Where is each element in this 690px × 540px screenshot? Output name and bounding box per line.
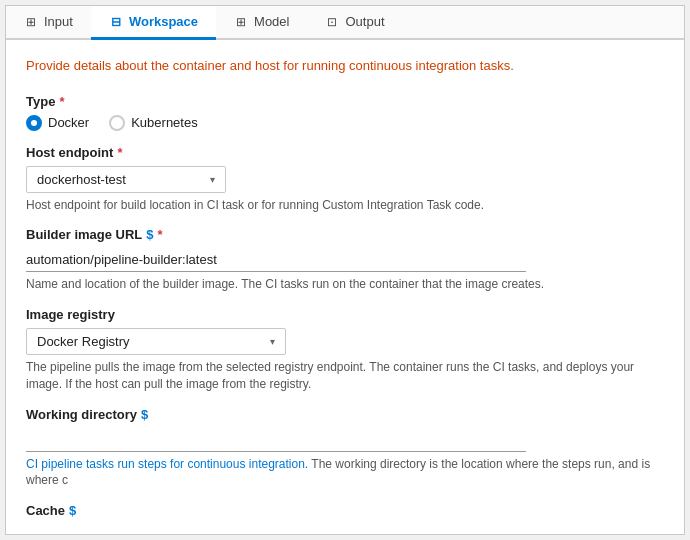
image-registry-group: Image registry Docker Registry ▾ The pip… — [26, 307, 664, 393]
radio-docker-label: Docker — [48, 115, 89, 130]
radio-docker[interactable]: Docker — [26, 115, 89, 131]
builder-image-help: Name and location of the builder image. … — [26, 276, 664, 293]
working-directory-group: Working directory $ CI pipeline tasks ru… — [26, 407, 664, 490]
cache-input[interactable] — [26, 524, 526, 534]
type-label: Type * — [26, 94, 664, 109]
content-area: Provide details about the container and … — [6, 40, 684, 534]
tab-workspace-label: Workspace — [129, 14, 198, 29]
host-endpoint-required: * — [117, 145, 122, 160]
builder-image-dollar-icon: $ — [146, 227, 153, 242]
input-tab-icon: ⊞ — [24, 15, 38, 29]
image-registry-label: Image registry — [26, 307, 664, 322]
cache-dollar-icon: $ — [69, 503, 76, 518]
working-directory-help: CI pipeline tasks run steps for continuo… — [26, 456, 664, 490]
builder-image-url-group: Builder image URL $ * Name and location … — [26, 227, 664, 293]
host-endpoint-group: Host endpoint * dockerhost-test ▾ Host e… — [26, 145, 664, 214]
page-description: Provide details about the container and … — [26, 56, 664, 76]
radio-docker-circle — [26, 115, 42, 131]
host-endpoint-help: Host endpoint for build location in CI t… — [26, 197, 664, 214]
host-endpoint-value: dockerhost-test — [37, 172, 126, 187]
tab-workspace[interactable]: ⊟ Workspace — [91, 6, 216, 40]
cache-label: Cache $ — [26, 503, 664, 518]
host-endpoint-label: Host endpoint * — [26, 145, 664, 160]
tab-input-label: Input — [44, 14, 73, 29]
tab-input[interactable]: ⊞ Input — [6, 6, 91, 40]
image-registry-value: Docker Registry — [37, 334, 129, 349]
cache-group: Cache $ + — [26, 503, 664, 534]
tab-bar: ⊞ Input ⊟ Workspace ⊞ Model ⊡ Output — [6, 6, 684, 40]
tab-output-label: Output — [345, 14, 384, 29]
model-tab-icon: ⊞ — [234, 15, 248, 29]
builder-image-required: * — [158, 227, 163, 242]
radio-kubernetes-circle — [109, 115, 125, 131]
radio-kubernetes-label: Kubernetes — [131, 115, 198, 130]
working-directory-input[interactable] — [26, 428, 526, 452]
main-window: ⊞ Input ⊟ Workspace ⊞ Model ⊡ Output Pro… — [5, 5, 685, 535]
builder-image-url-label: Builder image URL $ * — [26, 227, 664, 242]
builder-image-url-input[interactable] — [26, 248, 526, 272]
radio-kubernetes[interactable]: Kubernetes — [109, 115, 198, 131]
host-endpoint-chevron-icon: ▾ — [210, 174, 215, 185]
image-registry-help: The pipeline pulls the image from the se… — [26, 359, 664, 393]
type-field-group: Type * Docker Kubernetes — [26, 94, 664, 131]
working-directory-label: Working directory $ — [26, 407, 664, 422]
output-tab-icon: ⊡ — [325, 15, 339, 29]
image-registry-chevron-icon: ▾ — [270, 336, 275, 347]
type-radio-group: Docker Kubernetes — [26, 115, 664, 131]
working-directory-dollar-icon: $ — [141, 407, 148, 422]
workspace-tab-icon: ⊟ — [109, 15, 123, 29]
image-registry-dropdown[interactable]: Docker Registry ▾ — [26, 328, 286, 355]
type-required: * — [59, 94, 64, 109]
tab-model-label: Model — [254, 14, 289, 29]
tab-model[interactable]: ⊞ Model — [216, 6, 307, 40]
host-endpoint-dropdown[interactable]: dockerhost-test ▾ — [26, 166, 226, 193]
tab-output[interactable]: ⊡ Output — [307, 6, 402, 40]
description-text: Provide details about the container and … — [26, 58, 514, 73]
